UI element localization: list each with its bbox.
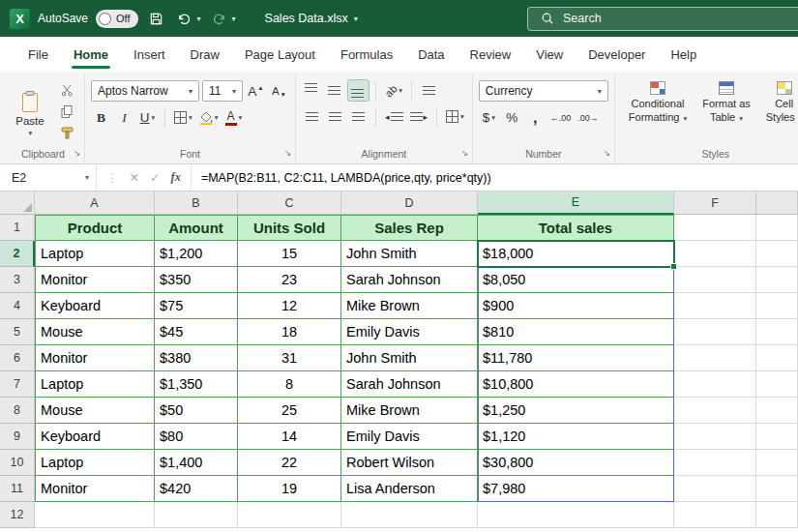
row-header-3[interactable]: 3 xyxy=(0,267,35,293)
bold-button[interactable]: B xyxy=(91,107,111,128)
undo-button[interactable] xyxy=(174,7,194,30)
column-header-E[interactable]: E xyxy=(478,192,674,215)
document-title[interactable]: Sales Data.xlsx ▾ xyxy=(265,12,358,25)
cell-F1[interactable] xyxy=(674,215,756,241)
tab-review[interactable]: Review xyxy=(458,37,524,72)
cell-B5[interactable]: $45 xyxy=(155,319,238,345)
row-header-1[interactable]: 1 xyxy=(0,215,35,241)
cell-G5[interactable] xyxy=(756,319,798,345)
cell-E12[interactable] xyxy=(478,502,674,528)
cell-B6[interactable]: $380 xyxy=(155,345,238,371)
middle-align-button[interactable] xyxy=(325,80,345,101)
cell-D1[interactable]: Sales Rep xyxy=(341,215,478,241)
enter-button[interactable]: ✓ xyxy=(150,170,160,185)
cell-D11[interactable]: Lisa Anderson xyxy=(341,476,478,502)
cell-F2[interactable] xyxy=(674,241,756,267)
cell-G10[interactable] xyxy=(756,450,798,476)
redo-button[interactable] xyxy=(209,7,229,30)
merge-center-button[interactable]: ▾ xyxy=(444,106,466,127)
tab-view[interactable]: View xyxy=(523,37,576,72)
cell-B7[interactable]: $1,350 xyxy=(155,371,238,398)
tab-formulas[interactable]: Formulas xyxy=(328,37,405,72)
row-header-6[interactable]: 6 xyxy=(0,345,35,371)
cell-D8[interactable]: Mike Brown xyxy=(341,398,478,424)
increase-indent-button[interactable]: ▸ xyxy=(408,106,430,127)
cell-A5[interactable]: Mouse xyxy=(35,319,155,345)
cell-B12[interactable] xyxy=(155,502,238,528)
comma-style-button[interactable]: , xyxy=(525,107,546,128)
cell-C9[interactable]: 14 xyxy=(238,424,341,450)
tab-draw[interactable]: Draw xyxy=(178,37,232,72)
cell-B1[interactable]: Amount xyxy=(155,215,238,241)
column-header-B[interactable]: B xyxy=(155,192,238,215)
namebox-splitter[interactable]: ⋮ xyxy=(106,170,119,185)
number-format-select[interactable]: Currency ▾ xyxy=(479,80,608,102)
cell-F9[interactable] xyxy=(674,424,756,450)
number-dialog-launcher[interactable]: ↘ xyxy=(604,146,610,161)
column-header-D[interactable]: D xyxy=(341,192,478,215)
cut-button[interactable] xyxy=(57,82,76,99)
row-header-5[interactable]: 5 xyxy=(0,319,35,345)
cell-E1[interactable]: Total sales xyxy=(478,215,674,241)
row-header-8[interactable]: 8 xyxy=(0,398,35,424)
row-header-2[interactable]: 2 xyxy=(0,241,35,267)
bottom-align-button[interactable] xyxy=(348,80,369,101)
cell-E4[interactable]: $900 xyxy=(478,293,674,319)
tab-developer[interactable]: Developer xyxy=(576,37,658,72)
copy-button[interactable] xyxy=(57,103,76,120)
column-header-F[interactable]: F xyxy=(674,192,756,215)
cell-A7[interactable]: Laptop xyxy=(35,371,155,398)
cell-F7[interactable] xyxy=(674,371,756,398)
percent-style-button[interactable]: % xyxy=(502,107,522,128)
clipboard-dialog-launcher[interactable]: ↘ xyxy=(74,146,80,161)
save-button[interactable] xyxy=(146,7,166,30)
column-header-A[interactable]: A xyxy=(35,192,155,215)
cell-A2[interactable]: Laptop xyxy=(35,241,155,267)
format-painter-button[interactable] xyxy=(57,125,76,141)
cell-A4[interactable]: Keyboard xyxy=(35,293,155,319)
increase-decimal-button[interactable]: ←.00 xyxy=(548,107,574,128)
cell-G11[interactable] xyxy=(756,476,798,502)
cancel-button[interactable]: ✕ xyxy=(130,170,139,185)
tab-help[interactable]: Help xyxy=(658,37,709,72)
cell-F8[interactable] xyxy=(674,398,756,424)
row-header-11[interactable]: 11 xyxy=(0,476,35,502)
decrease-indent-button[interactable]: ◂ xyxy=(383,106,405,127)
cell-E9[interactable]: $1,120 xyxy=(478,424,674,450)
cell-F3[interactable] xyxy=(674,267,756,293)
cell-F4[interactable] xyxy=(674,293,756,319)
align-right-button[interactable] xyxy=(348,106,369,127)
cell-D2[interactable]: John Smith xyxy=(341,241,478,267)
cell-G2[interactable] xyxy=(756,241,798,267)
cell-C12[interactable] xyxy=(238,502,341,528)
row-header-12[interactable]: 12 xyxy=(0,502,35,528)
cell-F10[interactable] xyxy=(674,450,756,476)
cell-E2[interactable]: $18,000 xyxy=(478,241,674,267)
cell-A11[interactable]: Monitor xyxy=(35,476,155,502)
conditional-formatting-button[interactable]: Conditional Formatting ▾ xyxy=(621,75,695,147)
cell-A9[interactable]: Keyboard xyxy=(35,424,155,450)
cell-B4[interactable]: $75 xyxy=(155,293,238,319)
cell-E7[interactable]: $10,800 xyxy=(478,371,674,398)
tab-home[interactable]: Home xyxy=(61,37,121,72)
cell-F6[interactable] xyxy=(674,345,756,371)
cell-C7[interactable]: 8 xyxy=(238,371,341,398)
search-box[interactable]: Search xyxy=(527,7,798,31)
tab-data[interactable]: Data xyxy=(405,37,457,72)
cell-G8[interactable] xyxy=(756,398,798,424)
font-color-button[interactable]: A ▾ xyxy=(223,107,245,128)
cell-D5[interactable]: Emily Davis xyxy=(341,319,478,345)
cell-D4[interactable]: Mike Brown xyxy=(341,293,478,319)
underline-button[interactable]: U▾ xyxy=(137,107,158,128)
name-box[interactable]: E2 ▾ xyxy=(0,164,97,191)
cell-E6[interactable]: $11,780 xyxy=(478,345,674,371)
cell-B2[interactable]: $1,200 xyxy=(155,241,238,267)
font-dialog-launcher[interactable]: ↘ xyxy=(284,146,291,161)
undo-dropdown-chevron-icon[interactable]: ▾ xyxy=(197,15,201,23)
row-header-4[interactable]: 4 xyxy=(0,293,35,319)
cell-D7[interactable]: Sarah Johnson xyxy=(341,371,478,398)
tab-page-layout[interactable]: Page Layout xyxy=(232,37,328,72)
cell-D6[interactable]: John Smith xyxy=(341,345,478,371)
cell-B3[interactable]: $350 xyxy=(155,267,238,293)
cell-A12[interactable] xyxy=(35,502,155,528)
